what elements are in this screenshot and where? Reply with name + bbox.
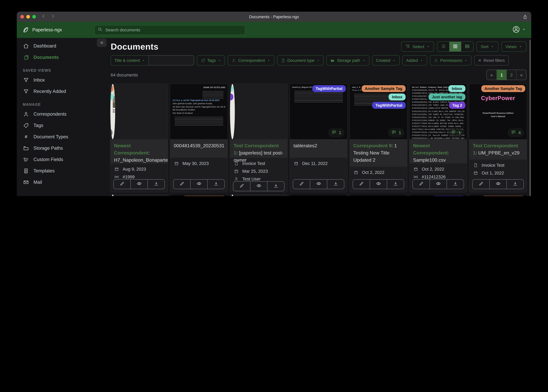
document-thumbnail[interactable]: Curabitur bibendum ante urna, sed blandi… <box>230 195 235 196</box>
sidebar-item-document-types[interactable]: #Document Types <box>19 131 105 142</box>
sort-button[interactable]: Sort <box>476 42 498 52</box>
download-button[interactable] <box>267 182 284 191</box>
download-button[interactable] <box>207 180 224 189</box>
document-title[interactable]: tablerates2 <box>290 139 347 158</box>
document-thumbnail[interactable]: one,1.0five,5.0Another Sample TagInboxTa… <box>350 84 407 139</box>
comment-count-badge[interactable]: 1 <box>388 128 404 137</box>
document-correspondent[interactable]: Correspondent 9 <box>353 143 392 148</box>
download-button[interactable] <box>447 180 464 189</box>
tag-another-sample-tag[interactable]: Another Sample Tag <box>481 196 525 196</box>
search-input[interactable] <box>105 27 242 33</box>
tag-another-sample-tag[interactable]: Another Sample Tag <box>182 196 226 196</box>
tag-just-another-tag[interactable]: Just another tag <box>429 93 465 100</box>
download-button[interactable] <box>327 180 344 189</box>
sidebar-item-custom-fields[interactable]: Custom Fields <box>19 154 105 165</box>
select-button[interactable]: Select <box>401 42 434 52</box>
document-thumbnail[interactable]: Medical TeacherHas the new Kirkpatrick g… <box>230 84 235 139</box>
edit-button[interactable] <box>293 180 310 189</box>
view-button[interactable] <box>489 180 506 189</box>
edit-button[interactable] <box>114 180 130 189</box>
sidebar-collapse-button[interactable] <box>97 39 107 47</box>
tag-another-sample-tag[interactable]: Another Sample Tag <box>481 85 525 92</box>
document-thumbnail[interactable]: BANK OF SCOTLAND2,0 % p. a. auf Ihr Tage… <box>170 84 228 139</box>
tag-tagwithpartial[interactable]: TagWithPartial <box>372 102 406 109</box>
sidebar-item-mail[interactable]: Mail <box>19 177 105 188</box>
close-window-button[interactable] <box>20 15 24 19</box>
document-title[interactable]: Test Correspondent 1: [paperless] test p… <box>230 139 288 158</box>
view-button[interactable] <box>310 180 327 189</box>
document-thumbnail[interactable]: DrylabWelcome to our first newsletter of… <box>110 195 115 196</box>
edit-button[interactable] <box>413 180 430 189</box>
tag-inbox[interactable]: Inbox <box>389 93 406 100</box>
view-mode-list-button[interactable] <box>437 42 449 51</box>
sidebar-item-templates[interactable]: Templates <box>19 165 105 177</box>
sidebar-item-storage-paths[interactable]: Storage Paths <box>19 142 105 154</box>
view-button[interactable] <box>370 180 387 189</box>
added-filter-button[interactable]: Added <box>402 55 427 65</box>
correspondent-filter-button[interactable]: Correspondent <box>228 55 274 65</box>
view-button[interactable] <box>130 180 147 189</box>
sidebar-item-correspondents[interactable]: Correspondents <box>19 108 105 120</box>
document-title[interactable]: Correspondent 9: 1 Testing New Title Upd… <box>350 139 407 167</box>
document-title[interactable]: Newest Correspondent: H7_Napoleon_Bonapa… <box>110 139 168 163</box>
pagination-page-2[interactable]: 2 <box>506 70 516 80</box>
view-button[interactable] <box>250 182 267 191</box>
document-thumbnail[interactable]: Serial Number,Company Name,Employe…97881… <box>410 84 467 139</box>
comment-count-badge[interactable]: 1 <box>448 128 464 137</box>
title-content-input[interactable] <box>149 55 194 65</box>
comment-count-badge[interactable]: 2 <box>110 128 112 137</box>
document-correspondent[interactable]: Newest Correspondent <box>413 143 447 155</box>
view-button[interactable] <box>190 180 207 189</box>
tag-another-sample-tag[interactable]: Another Sample Tag <box>230 196 233 196</box>
edit-button[interactable] <box>233 182 250 191</box>
tag-another-sample-tag[interactable]: Another Sample Tag <box>110 85 114 92</box>
pagination-last[interactable]: » <box>516 70 526 80</box>
reset-filters-button[interactable]: ✕ Reset filters <box>474 55 509 65</box>
tag-tag-2[interactable]: Tag 2 <box>230 93 233 100</box>
title-content-filter-button[interactable]: Title & content <box>111 55 149 65</box>
tag-tagwithpartial[interactable]: TagWithPartial <box>312 85 346 92</box>
document-thumbnail[interactable]: Country,Region/State,"…TagWithPartial1 <box>290 84 347 139</box>
pagination-first[interactable]: « <box>487 70 497 80</box>
avatar-icon[interactable] <box>512 25 520 35</box>
scrollbar[interactable] <box>529 40 531 196</box>
pagination-page-1[interactable]: 1 <box>497 70 506 80</box>
view-mode-detail-button[interactable] <box>461 42 473 51</box>
tag-tagwithpartial[interactable]: TagWithPartial <box>432 196 465 196</box>
document-title[interactable]: Newest Correspondent: Sample100.csv <box>410 139 467 163</box>
tags-filter-button[interactable]: Tags <box>197 55 225 65</box>
views-button[interactable]: Views <box>501 42 526 52</box>
forward-icon[interactable] <box>50 14 55 20</box>
document-thumbnail[interactable]: French Country BreadFor the Leaven1 heap… <box>410 195 467 196</box>
view-mode-grid-button[interactable] <box>449 42 461 51</box>
download-button[interactable] <box>506 180 523 189</box>
minimize-window-button[interactable] <box>26 15 30 19</box>
document-thumbnail[interactable]: CyberPowerPowerPanel® Business EditionUs… <box>469 84 527 139</box>
download-button[interactable] <box>387 180 404 189</box>
document-thumbnail[interactable]: Patient BP Distribution 2011 <box>350 195 407 196</box>
tag-inbox[interactable]: Inbox <box>110 93 114 100</box>
edit-button[interactable] <box>353 180 370 189</box>
edit-button[interactable] <box>173 180 190 189</box>
comment-count-badge[interactable]: 1 <box>328 128 345 137</box>
user-menu-caret-icon[interactable] <box>522 27 526 33</box>
share-icon[interactable] <box>523 14 528 19</box>
sidebar-item-recently-added[interactable]: Recently Added <box>19 86 105 97</box>
tag-inbox[interactable]: Inbox <box>448 85 465 92</box>
zoom-window-button[interactable] <box>32 15 36 19</box>
back-icon[interactable] <box>41 14 46 20</box>
view-button[interactable] <box>430 180 447 189</box>
sidebar-item-tags[interactable]: Tags <box>19 120 105 131</box>
document-title[interactable]: Test Correspondent 1: UM_PPBE_en_v29 <box>469 139 527 160</box>
tag-another-sample-tag[interactable]: Another Sample Tag <box>361 85 406 92</box>
sidebar-item-inbox[interactable]: Inbox <box>19 74 105 86</box>
permissions-filter-button[interactable]: Permissions <box>430 55 472 65</box>
comment-count-badge[interactable]: 4 <box>508 128 524 137</box>
created-filter-button[interactable]: Created <box>372 55 400 65</box>
tag-inbox[interactable]: Inbox <box>230 85 233 92</box>
edit-button[interactable] <box>473 180 489 189</box>
tag-inbox[interactable]: Inbox <box>110 196 114 196</box>
document-title[interactable]: 0004814539_20230531 <box>170 139 228 158</box>
sidebar-item-documents[interactable]: Documents <box>19 52 105 63</box>
document-correspondent[interactable]: Newest Correspondent <box>114 143 148 155</box>
